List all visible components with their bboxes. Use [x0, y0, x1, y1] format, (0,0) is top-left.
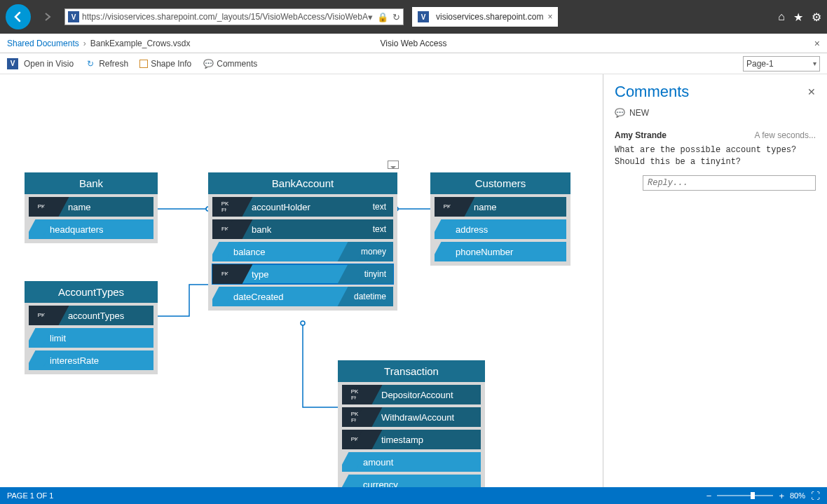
- column-name: name: [68, 202, 91, 212]
- comments-button[interactable]: 💬 Comments: [203, 58, 257, 69]
- key-indicator: PKFK: [212, 197, 238, 217]
- column-name: name: [474, 202, 497, 212]
- status-bar: PAGE 1 OF 1 − + 80% ⛶: [0, 487, 827, 504]
- zoom-out-button[interactable]: −: [706, 491, 712, 501]
- zoom-slider[interactable]: [717, 495, 773, 496]
- breadcrumb-root[interactable]: Shared Documents: [7, 39, 79, 48]
- entity-bankaccount[interactable]: BankAccountPKFKaccountHoldertextFKbankte…: [208, 172, 397, 311]
- dropdown-icon[interactable]: ▾: [368, 12, 373, 22]
- column-interestrate[interactable]: interestRate: [29, 350, 153, 370]
- column-phonenumber[interactable]: phoneNumber: [435, 242, 566, 261]
- comments-panel: Comments ✕ 💬 NEW Amy StrandeA few second…: [603, 74, 827, 487]
- tab-label: visioservices.sharepoint.com: [436, 12, 543, 22]
- address-url: https://visioservices.sharepoint.com/_la…: [82, 12, 368, 22]
- column-bank[interactable]: FKbanktext: [212, 219, 393, 239]
- entity-accounttypes[interactable]: AccountTypesPKaccountTypeslimitinterestR…: [25, 281, 158, 374]
- comment-icon: 💬: [203, 58, 214, 69]
- browser-tab[interactable]: V visioservices.sharepoint.com ×: [412, 7, 558, 27]
- column-name: bank: [252, 224, 271, 235]
- key-indicator: FK: [212, 219, 238, 239]
- favorites-icon[interactable]: ★: [793, 11, 803, 24]
- entity-title: BankAccount: [208, 172, 397, 194]
- column-name[interactable]: PKname: [435, 197, 566, 217]
- back-button[interactable]: [6, 4, 31, 29]
- column-name[interactable]: PKname: [29, 197, 153, 217]
- key-indicator: PKFK: [342, 407, 367, 427]
- column-address[interactable]: address: [435, 219, 566, 239]
- column-currency[interactable]: currency: [342, 475, 481, 487]
- shape-info-icon: [139, 60, 148, 68]
- shape-info-button[interactable]: Shape Info: [139, 59, 191, 69]
- column-amount[interactable]: amount: [342, 452, 481, 472]
- column-name: headquarters: [50, 224, 104, 235]
- svg-point-3: [301, 321, 305, 325]
- visio-favicon-icon: V: [418, 11, 429, 22]
- entity-title: Customers: [430, 172, 570, 194]
- comment-author: Amy Strande: [615, 130, 667, 140]
- breadcrumb-bar: Shared Documents › BankExample_Crows.vsd…: [0, 34, 827, 53]
- column-type: tinyint: [364, 269, 386, 279]
- lock-icon: 🔒: [377, 12, 388, 22]
- open-in-visio-button[interactable]: V Open in Visio: [7, 58, 74, 69]
- refresh-icon[interactable]: ↻: [392, 12, 400, 22]
- comment-indicator-icon[interactable]: [388, 161, 399, 169]
- zoom-in-button[interactable]: +: [779, 491, 784, 501]
- comment-item: Amy StrandeA few seconds...What are the …: [615, 130, 816, 191]
- key-indicator: FK: [212, 264, 238, 284]
- column-name: DepositorAccount: [381, 390, 453, 400]
- comments-panel-title: Comments: [615, 83, 689, 101]
- toolbar: V Open in Visio ↻ Refresh Shape Info 💬 C…: [0, 53, 827, 74]
- entity-title: Transaction: [338, 360, 485, 382]
- key-indicator: PK: [435, 197, 460, 217]
- column-type: datetime: [354, 292, 386, 301]
- column-name: WithdrawlAccount: [381, 412, 454, 423]
- visio-icon: V: [7, 58, 18, 69]
- entity-customers[interactable]: CustomersPKnameaddressphoneNumber: [430, 172, 570, 266]
- column-name: accountTypes: [68, 311, 124, 321]
- diagram-canvas[interactable]: BankPKnameheadquartersBankAccountPKFKacc…: [0, 74, 603, 487]
- column-name: timestamp: [381, 435, 423, 445]
- column-balance[interactable]: balancemoney: [212, 242, 393, 261]
- column-type: text: [373, 202, 386, 212]
- settings-gear-icon[interactable]: ⚙: [812, 11, 821, 24]
- comment-time: A few seconds...: [755, 130, 816, 140]
- column-withdrawlaccount[interactable]: PKFKWithdrawlAccount: [342, 407, 481, 427]
- column-accountholder[interactable]: PKFKaccountHoldertext: [212, 197, 393, 217]
- chevron-right-icon: ›: [83, 39, 86, 48]
- column-name: limit: [50, 333, 66, 343]
- column-type[interactable]: FKtypetinyint: [212, 264, 393, 284]
- entity-title: AccountTypes: [25, 281, 158, 303]
- column-headquarters[interactable]: headquarters: [29, 219, 153, 239]
- column-limit[interactable]: limit: [29, 328, 153, 348]
- column-name: currency: [363, 479, 398, 488]
- page-indicator: PAGE 1 OF 1: [7, 491, 53, 500]
- column-datecreated[interactable]: dateCreateddatetime: [212, 287, 393, 306]
- entity-bank[interactable]: BankPKnameheadquarters: [25, 172, 158, 243]
- app-title: Visio Web Access: [381, 39, 447, 48]
- column-name: balance: [233, 247, 266, 257]
- column-accounttypes[interactable]: PKaccountTypes: [29, 306, 153, 325]
- entity-transaction[interactable]: TransactionPKFKDepositorAccountPKFKWithd…: [338, 360, 485, 487]
- address-bar[interactable]: V https://visioservices.sharepoint.com/_…: [64, 8, 404, 25]
- browser-chrome: V https://visioservices.sharepoint.com/_…: [0, 0, 827, 34]
- home-icon[interactable]: ⌂: [778, 11, 785, 24]
- tab-close-icon[interactable]: ×: [547, 12, 552, 22]
- page-selector[interactable]: Page-1: [743, 56, 820, 71]
- column-timestamp[interactable]: PKtimestamp: [342, 430, 481, 449]
- forward-button[interactable]: [35, 4, 60, 29]
- column-name: amount: [363, 457, 393, 468]
- column-name: type: [252, 269, 269, 280]
- key-indicator: PK: [29, 306, 54, 325]
- reply-input[interactable]: [643, 175, 816, 191]
- fit-to-window-button[interactable]: ⛶: [811, 491, 820, 501]
- comment-icon: 💬: [615, 108, 625, 118]
- column-name: accountHolder: [252, 202, 310, 212]
- refresh-button[interactable]: ↻ Refresh: [85, 58, 128, 69]
- entity-title: Bank: [25, 172, 158, 194]
- new-comment-button[interactable]: 💬 NEW: [615, 108, 816, 118]
- key-indicator: PK: [29, 197, 54, 217]
- close-panel-icon[interactable]: ✕: [807, 86, 816, 97]
- close-icon[interactable]: ×: [814, 38, 820, 49]
- column-depositoraccount[interactable]: PKFKDepositorAccount: [342, 385, 481, 404]
- column-name: phoneNumber: [456, 247, 513, 257]
